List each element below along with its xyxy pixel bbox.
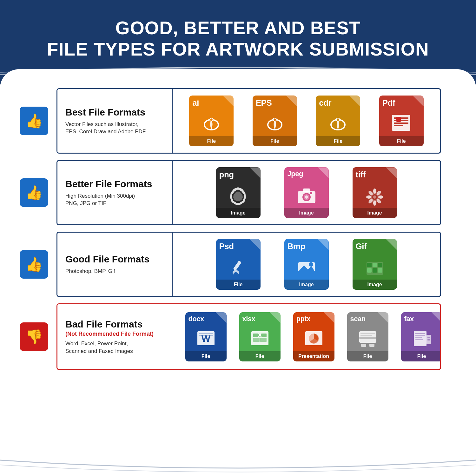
svg-point-32: [373, 195, 376, 199]
svg-rect-50: [199, 335, 213, 336]
svg-point-24: [373, 201, 376, 206]
svg-point-3: [273, 118, 276, 121]
svg-rect-11: [396, 117, 401, 122]
file-icon-xlsx: xlsx X File: [235, 312, 284, 361]
best-desc: Vector Files such as Illustrator,EPS, Co…: [65, 121, 164, 136]
good-thumbs-icon: 👍: [20, 250, 48, 279]
file-body-pptx: pptx Presentation: [293, 312, 334, 361]
svg-rect-42: [373, 263, 377, 267]
svg-point-35: [234, 272, 238, 275]
svg-rect-70: [415, 339, 423, 340]
best-title: Best File Formats: [65, 107, 164, 118]
bad-icons-area: docx W File xlsx: [172, 304, 441, 369]
svg-rect-44: [367, 268, 372, 273]
bad-format-row: Bad File Formats (Not Recommended File F…: [56, 303, 441, 370]
better-title: Better File Formats: [65, 178, 164, 190]
best-format-row: Best File Formats Vector Files such as I…: [56, 88, 441, 154]
better-label-area: Better File Formats High Resolution (Min…: [57, 161, 172, 224]
file-icon-fax: fax: [397, 312, 441, 361]
file-body-bmp: Bmp Image: [284, 239, 329, 290]
file-body-tiff: tiff: [353, 167, 397, 218]
file-icon-bmp: Bmp Image: [282, 239, 331, 290]
best-label-area: Best File Formats Vector Files such as I…: [57, 89, 172, 153]
svg-point-25: [366, 195, 371, 199]
svg-point-20: [310, 192, 312, 194]
bad-title: Bad File Formats: [65, 319, 164, 330]
svg-rect-68: [415, 335, 425, 336]
file-icon-cdr: cdr File: [314, 96, 363, 146]
bad-row-wrapper: 👎 Bad File Formats (Not Recommended File…: [35, 303, 441, 370]
svg-point-19: [305, 195, 308, 199]
svg-rect-60: [359, 337, 376, 339]
file-body-jpeg: Jpeg Image: [284, 167, 329, 218]
better-thumbs-icon: 👍: [20, 178, 48, 207]
file-body-png: png Image: [216, 167, 261, 218]
svg-rect-64: [360, 335, 372, 336]
svg-point-23: [373, 188, 376, 194]
svg-rect-41: [367, 263, 372, 267]
file-icon-pdf: Pdf File: [377, 96, 426, 146]
svg-rect-33: [233, 261, 241, 271]
better-desc: High Resolution (Min 300dpi)PNG, JPG or …: [65, 192, 164, 208]
bad-subtitle: (Not Recommended File Format): [65, 331, 164, 337]
svg-text:X: X: [258, 332, 262, 339]
file-icon-psd: Psd File: [214, 239, 263, 290]
svg-rect-46: [378, 268, 382, 273]
file-icon-png: png Image: [214, 167, 263, 218]
main-container: GOOD, BETTER AND BEST FILE TYPES FOR ART…: [0, 0, 476, 476]
bad-label-area: Bad File Formats (Not Recommended File F…: [57, 304, 172, 369]
best-icons-area: ai File EPS: [173, 89, 440, 153]
svg-rect-7: [394, 117, 408, 119]
svg-rect-45: [373, 268, 377, 273]
best-row-wrapper: 👍 Best File Formats Vector Files such as…: [35, 88, 441, 154]
good-title: Good File Formats: [65, 254, 164, 265]
better-format-row: Better File Formats High Resolution (Min…: [56, 160, 441, 225]
good-format-row: Good File Formats Photoshop, BMP, Gif Ps…: [56, 232, 441, 297]
header: GOOD, BETTER AND BEST FILE TYPES FOR ART…: [0, 0, 476, 69]
page-title: GOOD, BETTER AND BEST FILE TYPES FOR ART…: [19, 17, 457, 60]
file-body-fax: fax: [401, 312, 441, 361]
svg-rect-72: [427, 339, 430, 340]
file-body-psd: Psd File: [216, 239, 261, 290]
svg-rect-63: [360, 333, 375, 334]
content-area: 👍 Best File Formats Vector Files such as…: [0, 69, 476, 476]
file-icon-docx: docx W File: [181, 312, 230, 361]
good-desc: Photoshop, BMP, Gif: [65, 268, 164, 275]
file-body-cdr: cdr File: [316, 96, 360, 146]
svg-rect-8: [394, 120, 408, 121]
svg-rect-10: [394, 125, 403, 126]
bad-thumbs-icon: 👎: [20, 322, 48, 351]
svg-rect-16: [303, 188, 310, 192]
svg-point-5: [336, 118, 340, 121]
file-body-ai: ai File: [189, 96, 234, 146]
good-row-wrapper: 👍 Good File Formats Photoshop, BMP, Gif …: [35, 232, 441, 297]
svg-text:W: W: [201, 333, 210, 344]
better-icons-area: png Image Jpeg: [173, 161, 440, 224]
svg-point-1: [210, 118, 213, 121]
svg-point-26: [378, 195, 383, 199]
file-icon-pptx: pptx Presentation: [289, 312, 338, 361]
file-icon-eps: EPS File: [250, 96, 299, 146]
svg-point-38: [309, 262, 313, 267]
file-body-xlsx: xlsx X File: [239, 312, 281, 361]
file-icon-jpeg: Jpeg Image: [282, 167, 331, 218]
file-body-scan: scan File: [347, 312, 388, 361]
best-thumbs-icon: 👍: [20, 107, 48, 135]
svg-rect-9: [394, 122, 408, 124]
file-icon-gif: Gif Image: [350, 239, 399, 290]
svg-rect-67: [415, 333, 425, 334]
file-body-gif: Gif Image: [353, 239, 397, 290]
file-icon-tiff: tiff: [350, 167, 399, 218]
svg-rect-43: [378, 263, 382, 267]
svg-rect-61: [361, 344, 366, 347]
svg-rect-39: [298, 271, 315, 274]
file-icon-scan: scan File: [343, 312, 392, 361]
good-icons-area: Psd File Bmp: [173, 233, 440, 296]
file-body-pdf: Pdf File: [379, 96, 424, 146]
svg-rect-69: [415, 337, 422, 338]
svg-rect-49: [199, 333, 213, 334]
file-icon-ai: ai File: [187, 96, 236, 146]
file-body-eps: EPS File: [253, 96, 297, 146]
svg-rect-71: [427, 337, 430, 338]
file-body-docx: docx W File: [185, 312, 227, 361]
